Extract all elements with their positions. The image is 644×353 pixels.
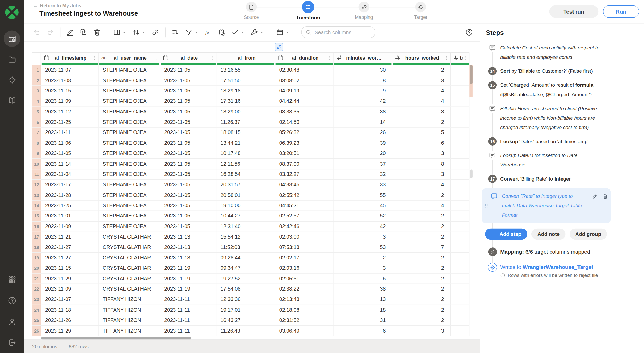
cell[interactable]: 2 bbox=[392, 305, 451, 315]
cell[interactable] bbox=[451, 76, 469, 85]
cell[interactable] bbox=[451, 180, 469, 190]
cell[interactable]: 04:33:46 bbox=[275, 180, 334, 190]
cell[interactable]: STEPHANIE OJEA bbox=[99, 76, 160, 85]
cell[interactable]: 2023-11-04 bbox=[41, 169, 98, 179]
row-number[interactable]: 7 bbox=[32, 128, 41, 137]
back-link[interactable]: ← Return to My Jobs bbox=[33, 3, 81, 8]
row-number[interactable]: 11 bbox=[32, 169, 41, 179]
cell[interactable]: 07:53:18 bbox=[275, 242, 334, 252]
step-item-14[interactable]: 14Sort by 'Billable to Customer?' (False… bbox=[480, 67, 644, 76]
row-number[interactable]: 8 bbox=[32, 138, 41, 148]
cell[interactable]: 2023-11-29 bbox=[41, 326, 98, 336]
cell[interactable]: 17:51:50 bbox=[216, 76, 275, 85]
row-number[interactable]: 22 bbox=[32, 284, 41, 294]
cell[interactable]: 2 bbox=[334, 253, 392, 263]
cell[interactable]: 2 bbox=[392, 232, 451, 242]
cell[interactable]: TIFFANY HIZON bbox=[99, 294, 160, 304]
cell[interactable]: 09:34:47 bbox=[216, 263, 275, 273]
cell[interactable]: 2023-11-13 bbox=[160, 232, 217, 242]
cell[interactable]: 02:14:50 bbox=[275, 117, 334, 127]
cell[interactable]: 2023-11-01 bbox=[41, 211, 98, 221]
row-number[interactable]: 23 bbox=[32, 294, 41, 304]
cell[interactable]: 55 bbox=[334, 190, 392, 200]
row-number[interactable]: 6 bbox=[32, 117, 41, 127]
cell[interactable]: 3 bbox=[392, 326, 451, 336]
cell[interactable]: 2023-11-09 bbox=[41, 221, 98, 231]
cell[interactable]: STEPHANIE OJEA bbox=[99, 148, 160, 158]
sidebar-item-help-circle[interactable] bbox=[4, 292, 20, 309]
cell[interactable]: 2023-11-11 bbox=[41, 128, 98, 137]
cell[interactable]: 03:20:51 bbox=[275, 148, 334, 158]
cell[interactable]: 2023-11-05 bbox=[160, 86, 217, 96]
cell[interactable]: 2023-11-08 bbox=[41, 76, 98, 85]
cell[interactable]: 2 bbox=[392, 211, 451, 221]
cell[interactable]: 2023-11-05 bbox=[160, 128, 217, 137]
cell[interactable] bbox=[451, 107, 469, 117]
cell[interactable]: 8 bbox=[334, 76, 392, 85]
cell[interactable]: 6 bbox=[334, 274, 392, 283]
row-number[interactable]: 5 bbox=[32, 107, 41, 117]
row-number[interactable]: 2 bbox=[32, 76, 41, 85]
cell[interactable] bbox=[451, 211, 469, 221]
cell[interactable]: 18 bbox=[334, 305, 392, 315]
cell[interactable] bbox=[451, 253, 469, 263]
edit-pencil-icon[interactable] bbox=[592, 193, 598, 220]
cell[interactable]: 14 bbox=[334, 117, 392, 127]
cell[interactable]: 2023-11-17 bbox=[41, 180, 98, 190]
sort-rows-button[interactable] bbox=[171, 27, 179, 38]
cell[interactable]: 02:30:48 bbox=[275, 65, 334, 75]
column-menu-icon[interactable] bbox=[444, 55, 449, 61]
cell[interactable]: 2023-11-05 bbox=[160, 211, 217, 221]
cell[interactable]: 05:26:32 bbox=[275, 128, 334, 137]
note-item[interactable]: Calculate Cost of each activity with res… bbox=[480, 43, 644, 62]
cell[interactable]: 02:03:00 bbox=[275, 232, 334, 242]
cell[interactable] bbox=[451, 86, 469, 96]
cell[interactable]: 20:58:01 bbox=[216, 190, 275, 200]
cell[interactable]: 9 bbox=[334, 86, 392, 96]
cell[interactable]: 2023-11-11 bbox=[160, 315, 217, 325]
swap-sort-button[interactable] bbox=[132, 27, 146, 38]
book-slash-button[interactable] bbox=[218, 27, 226, 38]
cell[interactable]: 2023-11-05 bbox=[160, 159, 217, 169]
column-menu-icon[interactable] bbox=[153, 55, 159, 61]
row-number[interactable]: 10 bbox=[32, 159, 41, 169]
stepper-transform-circle[interactable] bbox=[302, 1, 314, 13]
cell[interactable]: 2023-11-15 bbox=[41, 263, 98, 273]
cell[interactable]: 4 bbox=[392, 180, 451, 190]
cell[interactable]: 2023-11-19 bbox=[160, 263, 217, 273]
columns-button[interactable] bbox=[113, 27, 127, 38]
add-step-button[interactable]: Add step bbox=[485, 229, 528, 240]
cell[interactable]: CRYSTAL GLATHAR bbox=[99, 242, 160, 252]
row-number[interactable]: 9 bbox=[32, 148, 41, 158]
cell[interactable]: 03:38:35 bbox=[275, 107, 334, 117]
sidebar-item-open-book[interactable] bbox=[4, 92, 20, 108]
cell[interactable]: STEPHANIE OJEA bbox=[99, 128, 160, 137]
cell[interactable]: 2023-11-05 bbox=[41, 148, 98, 158]
cell[interactable]: 12:33:36 bbox=[216, 294, 275, 304]
cell[interactable] bbox=[451, 117, 469, 127]
cell[interactable]: 2023-11-05 bbox=[160, 96, 217, 106]
cell[interactable]: 4 bbox=[392, 96, 451, 106]
cell[interactable]: 08:37:00 bbox=[275, 159, 334, 169]
cell[interactable]: STEPHANIE OJEA bbox=[99, 138, 160, 148]
cell[interactable]: 03:08:02 bbox=[275, 76, 334, 85]
cell[interactable]: 02:06:51 bbox=[275, 274, 334, 283]
cell[interactable]: 8 bbox=[392, 159, 451, 169]
cell[interactable] bbox=[451, 138, 469, 148]
cell[interactable]: 31 bbox=[334, 315, 392, 325]
cell[interactable]: 2023-11-05 bbox=[160, 180, 217, 190]
cell[interactable]: 15:54:12 bbox=[216, 232, 275, 242]
cell[interactable]: 5 bbox=[392, 128, 451, 137]
cell[interactable] bbox=[451, 201, 469, 211]
stepper-source-circle[interactable] bbox=[246, 2, 257, 12]
cell[interactable]: 37 bbox=[334, 159, 392, 169]
cell[interactable]: 2023-11-15 bbox=[41, 86, 98, 96]
cell[interactable]: 4 bbox=[392, 201, 451, 211]
cell[interactable]: 13:44:21 bbox=[216, 138, 275, 148]
cell[interactable]: 13:29:00 bbox=[216, 107, 275, 117]
cell[interactable] bbox=[451, 305, 469, 315]
osmos-logo[interactable] bbox=[4, 4, 20, 21]
cell[interactable]: 2023-11-07 bbox=[41, 65, 98, 75]
cell[interactable] bbox=[451, 159, 469, 169]
cell[interactable]: 03:06:49 bbox=[275, 326, 334, 336]
